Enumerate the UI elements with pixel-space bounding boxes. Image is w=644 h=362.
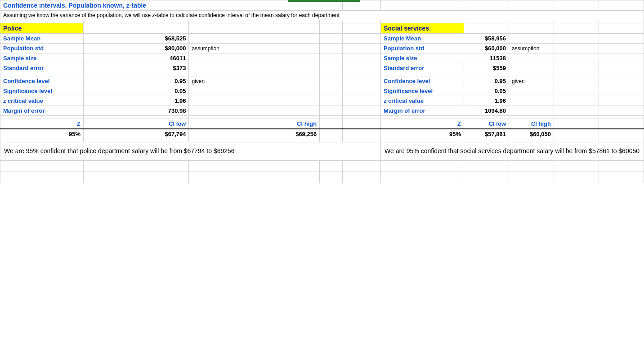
social-col-ci-high: CI high — [509, 119, 554, 129]
police-row-ci-low: $67,794 — [84, 129, 189, 139]
social-sample-size-label: Sample size — [381, 53, 464, 63]
social-conclusion: We are 95% confident that social service… — [381, 142, 644, 161]
police-sig-level-label: Significance level — [0, 86, 84, 96]
social-pop-std-note: assumption — [509, 44, 554, 53]
police-std-error-value: $373 — [84, 63, 189, 73]
social-conf-level-value: 0.95 — [464, 76, 509, 86]
police-z-crit-label: z critical value — [0, 96, 84, 106]
police-col-ci-low: CI low — [84, 119, 189, 129]
social-section-header: Social services — [381, 23, 464, 34]
social-row-ci-low: $57,861 — [464, 129, 509, 139]
police-std-error-label: Standard error — [0, 63, 84, 73]
police-col-ci-high: CI high — [189, 119, 320, 129]
social-pop-std-value: $60,000 — [464, 44, 509, 53]
police-pop-std-label: Population std — [0, 44, 84, 53]
police-conf-level-label: Confidence level — [0, 76, 84, 86]
subtitle: Assuming we know the variance of the pop… — [0, 11, 644, 20]
police-margin-error-label: Margin of error — [0, 106, 84, 116]
social-sig-level-value: 0.05 — [464, 86, 509, 96]
police-z-crit-value: 1.96 — [84, 96, 189, 106]
police-row-ci-high: $69,256 — [189, 129, 320, 139]
social-sample-mean-label: Sample Mean — [381, 34, 464, 44]
social-sig-level-label: Significance level — [381, 86, 464, 96]
social-z-crit-label: z critical value — [381, 96, 464, 106]
police-conclusion: We are 95% confident that police departm… — [0, 142, 381, 161]
police-sample-size-value: 46011 — [84, 53, 189, 63]
police-sample-mean-label: Sample Mean — [0, 34, 84, 44]
social-sample-mean-value: $58,956 — [464, 34, 509, 44]
social-row-pct: 95% — [381, 129, 464, 139]
social-z-crit-value: 1.96 — [464, 96, 509, 106]
social-margin-error-label: Margin of error — [381, 106, 464, 116]
social-margin-error-value: 1094.80 — [464, 106, 509, 116]
police-conf-level-note: given — [189, 76, 320, 86]
social-col-z: Z — [381, 119, 464, 129]
police-margin-error-value: 730.98 — [84, 106, 189, 116]
police-row-pct: 95% — [0, 129, 84, 139]
social-pop-std-label: Population std — [381, 44, 464, 53]
social-row-ci-high: $60,050 — [509, 129, 554, 139]
police-sample-size-label: Sample size — [0, 53, 84, 63]
social-conf-level-note: given — [509, 76, 554, 86]
social-std-error-label: Standard error — [381, 63, 464, 73]
social-col-ci-low: CI low — [464, 119, 509, 129]
police-pop-std-value: $80,000 — [84, 44, 189, 53]
police-sig-level-value: 0.05 — [84, 86, 189, 96]
social-std-error-value: $559 — [464, 63, 509, 73]
social-sample-size-value: 11538 — [464, 53, 509, 63]
police-section-header: Police — [0, 23, 84, 34]
police-sample-mean-value: $68,525 — [84, 34, 189, 44]
police-conf-level-value: 0.95 — [84, 76, 189, 86]
social-conf-level-label: Confidence level — [381, 76, 464, 86]
police-pop-std-note: assumption — [189, 44, 320, 53]
spreadsheet: Confidence intervals. Population known, … — [0, 0, 644, 183]
